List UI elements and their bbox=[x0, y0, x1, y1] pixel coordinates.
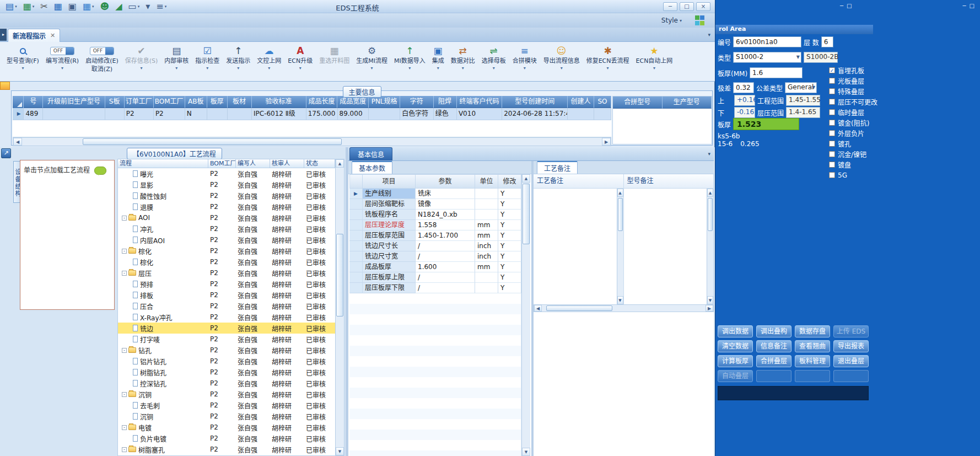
column-header[interactable]: 项目 bbox=[363, 174, 416, 189]
tree-row[interactable]: 退膜P2张自强胡梓研已审核 bbox=[118, 201, 335, 212]
style-selector[interactable]: Style ▾ bbox=[661, 17, 682, 24]
tab-process-notes[interactable]: 工艺备注 bbox=[537, 161, 578, 174]
tree-row[interactable]: 去毛刺P2张自强胡梓研已审核 bbox=[118, 400, 335, 411]
ribbon-start-modify-button[interactable]: OFF启动修改(E)取消(Z) bbox=[82, 43, 122, 81]
param-value[interactable]: 1.450-1.700 bbox=[416, 230, 475, 241]
param-value[interactable]: 镜像 bbox=[416, 199, 475, 210]
collapse-icon[interactable]: - bbox=[122, 348, 127, 353]
tab-basic-info[interactable]: 基本信息 bbox=[349, 147, 392, 160]
scrollbar-track[interactable] bbox=[707, 197, 713, 296]
param-row[interactable]: ▶生产线别铣床Y bbox=[349, 189, 521, 199]
hint-box[interactable]: 单击节点加载工艺流程 bbox=[20, 160, 115, 310]
ribbon-generate-mi-flow-button[interactable]: ⚙生成MI流程▾ bbox=[353, 43, 391, 81]
param-row[interactable]: 铣板程序名N1824_0.xbY bbox=[349, 210, 521, 220]
tree-row[interactable]: 打字唛P2张自强胡梓研已审核 bbox=[118, 334, 335, 345]
toolbar-apps-button[interactable]: ▦▾ bbox=[80, 1, 96, 13]
minimize-button[interactable]: ─ bbox=[963, 3, 966, 9]
tree-row[interactable]: -AOIP2张自强胡梓研已审核 bbox=[118, 212, 335, 223]
tree-row[interactable]: 预排P2张自强胡梓研已审核 bbox=[118, 278, 335, 289]
vertical-scrollbar[interactable]: ▲▼ bbox=[521, 174, 530, 456]
checkbox-gold-plating[interactable]: 镀金(阻抗) bbox=[829, 117, 906, 128]
view-warp-button[interactable]: 查看翘曲 bbox=[795, 340, 830, 352]
row-selector[interactable] bbox=[349, 272, 363, 283]
scroll-down-icon[interactable]: ▼ bbox=[336, 447, 344, 455]
collapse-icon[interactable]: - bbox=[122, 271, 127, 276]
tree-row[interactable]: 沉铜P2张自强胡梓研已审核 bbox=[118, 411, 335, 422]
chevron-down-icon[interactable]: ▾ bbox=[708, 151, 710, 157]
column-header[interactable]: PNL规格 bbox=[369, 96, 400, 108]
toggle-switch[interactable]: OFF bbox=[90, 47, 114, 55]
ribbon-integrate-button[interactable]: ▣集成▾ bbox=[429, 43, 448, 81]
tree-column-header[interactable]: BOM工厂 bbox=[208, 159, 236, 168]
tree-row[interactable]: 铝片钻孔P2张自强胡梓研已审核 bbox=[118, 356, 335, 367]
toolbar-grid-button[interactable]: ▦ bbox=[52, 1, 64, 13]
clear-data-button[interactable]: 清空数据 bbox=[718, 340, 753, 352]
scrollbar-track[interactable] bbox=[22, 138, 602, 146]
vertical-scrollbar[interactable]: ▲▼ bbox=[617, 189, 623, 304]
toolbar-user-button[interactable]: ☻ bbox=[98, 1, 112, 13]
minimize-button[interactable]: ─ bbox=[663, 2, 677, 11]
toolbar-file-button[interactable]: ▤▾ bbox=[3, 1, 19, 13]
ribbon-internal-audit-button[interactable]: ▤内部审核▾ bbox=[161, 43, 192, 81]
tree-column-header[interactable]: 状态 bbox=[304, 159, 335, 168]
scrollbar-thumb[interactable] bbox=[523, 184, 530, 244]
tree-row[interactable]: -电镀P2张自强胡梓研已审核 bbox=[118, 422, 335, 433]
recall-data-button[interactable]: 调出数据 bbox=[718, 325, 753, 337]
row-selector[interactable] bbox=[349, 230, 363, 241]
collapse-icon[interactable]: - bbox=[122, 425, 127, 430]
scrollbar-track[interactable] bbox=[336, 168, 344, 447]
column-header[interactable]: 终端客户代码 bbox=[457, 96, 502, 108]
scrollbar-track[interactable] bbox=[542, 305, 706, 312]
table-row[interactable]: ▶489P2P2NIPC-6012 Ⅱ级175.00089.000白色字符绿色V… bbox=[13, 108, 611, 120]
scroll-up-icon[interactable]: ▲ bbox=[522, 174, 530, 183]
column-header[interactable]: BOM工厂 bbox=[154, 96, 185, 108]
column-header[interactable]: 成品长度 bbox=[306, 96, 338, 108]
lower-value[interactable]: -0.16 bbox=[734, 107, 755, 118]
tab-basic-params[interactable]: 基本参数 bbox=[352, 161, 392, 174]
tree-row[interactable]: 内层AOIP2张自强胡梓研已审核 bbox=[118, 234, 335, 245]
code-input[interactable] bbox=[733, 36, 801, 47]
ribbon-repair-ecn-flow-button[interactable]: ✱修复ECN丢流程▾ bbox=[583, 43, 633, 81]
ribbon-export-flow-info-button[interactable]: ☺导出流程信息▾ bbox=[540, 43, 583, 81]
notes-body[interactable]: ▲▼ bbox=[534, 189, 623, 304]
column-header[interactable]: 订单工厂 bbox=[125, 96, 154, 108]
scrollbar-track[interactable] bbox=[617, 197, 623, 296]
column-header[interactable]: AB板 bbox=[185, 96, 207, 108]
column-header[interactable]: SO bbox=[594, 96, 611, 108]
row-selector[interactable] bbox=[349, 283, 363, 293]
collapse-icon[interactable]: - bbox=[122, 249, 127, 254]
minimize-button[interactable]: ─ bbox=[840, 3, 843, 9]
row-selector[interactable]: ▶ bbox=[349, 189, 363, 199]
notes-column-header[interactable]: 型号备注 bbox=[624, 174, 714, 189]
thickness-input[interactable] bbox=[750, 67, 803, 78]
windows-logo-icon[interactable] bbox=[695, 15, 705, 25]
scrollbar-thumb[interactable] bbox=[618, 198, 623, 231]
layers-input[interactable] bbox=[821, 36, 833, 47]
maximize-button[interactable]: □ bbox=[680, 2, 694, 11]
tolerance-type-select[interactable]: General▼ bbox=[785, 82, 817, 93]
scroll-up-icon[interactable]: ▲ bbox=[707, 189, 713, 197]
row-selector-header[interactable] bbox=[349, 174, 363, 189]
row-selector[interactable] bbox=[349, 251, 363, 262]
tree-row[interactable]: 铣边P2张自强胡梓研已审核 bbox=[118, 323, 335, 334]
tree-row[interactable]: 控深钻孔P2张自强胡梓研已审核 bbox=[118, 378, 335, 389]
tree-row[interactable]: -树脂塞孔P2张自强胡梓研已审核 bbox=[118, 444, 335, 455]
param-value[interactable]: / bbox=[416, 251, 475, 262]
notes-body[interactable]: ▲▼ bbox=[624, 189, 714, 304]
toolbar-overflow-button[interactable]: ▾ bbox=[143, 1, 152, 13]
checkbox-blind-buried-via[interactable]: ✓盲埋孔板 bbox=[829, 65, 906, 76]
tree-row[interactable]: -沉铜P2张自强胡梓研已审核 bbox=[118, 389, 335, 400]
calc-thickness-button[interactable]: 计算板厚 bbox=[718, 355, 753, 367]
ribbon-ecn-upgrade-button[interactable]: AECN升级▾ bbox=[284, 43, 316, 81]
ribbon-model-query-button[interactable]: 型号查询(F)▾ bbox=[3, 43, 42, 81]
scroll-right-icon[interactable]: ▶ bbox=[706, 305, 713, 312]
tree-row[interactable]: X-Ray冲孔P2张自强胡梓研已审核 bbox=[118, 312, 335, 323]
tree-row[interactable]: -钻孔P2张自强胡梓研已审核 bbox=[118, 345, 335, 356]
toolbar-copy-button[interactable]: ▣ bbox=[66, 1, 79, 13]
checkbox-plated-hole[interactable]: 镀孔 bbox=[829, 138, 906, 149]
close-icon[interactable]: ✕ bbox=[50, 32, 55, 39]
scrollbar-thumb[interactable] bbox=[336, 234, 343, 316]
export-report-button[interactable]: 导出报表 bbox=[833, 340, 869, 352]
param-row[interactable]: 层压板厚下限/Y bbox=[349, 283, 521, 293]
maximize-button[interactable]: □ bbox=[847, 3, 852, 9]
